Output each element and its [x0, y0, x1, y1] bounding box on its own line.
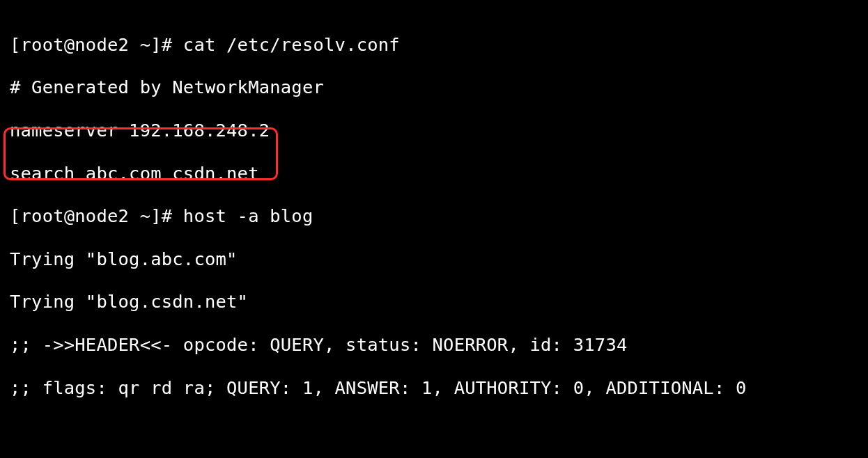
- terminal-line: # Generated by NetworkManager: [10, 77, 858, 98]
- terminal-line: nameserver 192.168.248.2: [10, 120, 858, 141]
- terminal-blank-line: [10, 420, 858, 441]
- shell-prompt: [root@node2 ~]#: [10, 205, 183, 226]
- terminal-output[interactable]: [root@node2 ~]# cat /etc/resolv.conf # G…: [0, 0, 868, 458]
- terminal-line: [root@node2 ~]# cat /etc/resolv.conf: [10, 34, 858, 56]
- shell-prompt: [root@node2 ~]#: [10, 34, 183, 55]
- terminal-line: search abc.com csdn.net: [10, 163, 858, 184]
- command-text: cat /etc/resolv.conf: [183, 34, 400, 55]
- terminal-line: ;; flags: qr rd ra; QUERY: 1, ANSWER: 1,…: [10, 377, 858, 399]
- command-text: host -a blog: [183, 205, 313, 226]
- terminal-line: Trying "blog.csdn.net": [10, 291, 858, 313]
- terminal-line: ;; ->>HEADER<<- opcode: QUERY, status: N…: [10, 334, 858, 356]
- terminal-line: Trying "blog.abc.com": [10, 248, 858, 270]
- terminal-line: [root@node2 ~]# host -a blog: [10, 205, 858, 227]
